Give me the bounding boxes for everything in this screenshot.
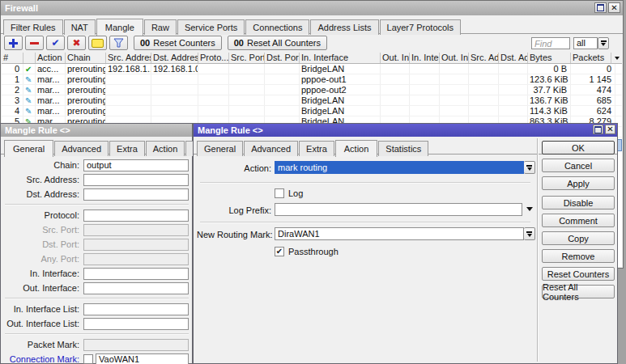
disable-button[interactable]: Disable (542, 196, 615, 210)
cell: 123.6 KiB (528, 74, 571, 84)
passthrough-checkbox[interactable] (275, 247, 284, 256)
log-prefix-dropdown-icon[interactable] (526, 207, 533, 211)
column-header-src-address[interactable]: Src. Address (106, 53, 151, 63)
column-header-in-inter[interactable]: In. Inter... (410, 53, 440, 63)
action-dropdown-button[interactable] (524, 161, 535, 174)
general-dialog-tab-general[interactable]: General (4, 140, 53, 157)
add-button[interactable] (4, 36, 23, 50)
dialog-maximize-button[interactable] (593, 125, 603, 134)
tab-connections[interactable]: Connections (245, 19, 309, 35)
column-menu-button[interactable] (611, 53, 622, 64)
column-header-out-int[interactable]: Out. Int... (381, 53, 410, 63)
column-header-bytes[interactable]: Bytes (528, 53, 571, 63)
table-row[interactable]: 1✎mar...preroutingpppoe-out1123.6 KiB1 1… (2, 74, 622, 85)
general-dialog-tab-extra[interactable]: Extra (109, 141, 145, 156)
tab-filter-rules[interactable]: Filter Rules (3, 19, 63, 35)
filter-funnel-icon (113, 38, 124, 48)
tab-mangle[interactable]: Mangle (96, 19, 143, 36)
remove-button[interactable]: Remove (542, 249, 615, 263)
chain-input[interactable]: output (83, 159, 189, 171)
cancel-button[interactable]: Cancel (542, 159, 615, 172)
column-header-out-int[interactable]: Out. Int... (440, 53, 469, 63)
column-header-chain[interactable]: Chain (66, 53, 106, 63)
column-header-src-ad[interactable]: Src. Ad... (469, 53, 499, 63)
column-header-icon[interactable] (23, 53, 36, 63)
dst-address-input[interactable] (83, 188, 189, 201)
cell (106, 95, 151, 105)
column-header-dst-address[interactable]: Dst. Address (151, 53, 198, 63)
reset-all-counters-button[interactable]: Reset All Counters (542, 285, 615, 298)
action-dialog-tab-general[interactable]: General (197, 141, 243, 156)
cell: 624 (571, 106, 615, 116)
remove-button[interactable] (25, 36, 44, 50)
column-header-dst-port[interactable]: Dst. Port (265, 53, 300, 63)
reset-counters-button[interactable]: Reset Counters (542, 267, 615, 281)
apply-button[interactable]: Apply (542, 176, 615, 190)
column-header-src-port[interactable]: Src. Port (229, 53, 265, 63)
firewall-titlebar[interactable]: Firewall ✕ (1, 1, 623, 15)
in-interface-list-input[interactable] (83, 303, 189, 315)
table-row[interactable]: 4✎mar...preroutingBridgeLAN114.3 KiB624 (2, 106, 622, 116)
column-header-packets[interactable]: Packets (571, 53, 615, 63)
tab-address-lists[interactable]: Address Lists (310, 19, 378, 35)
general-dialog-tab-advanced[interactable]: Advanced (54, 141, 109, 156)
protocol-input[interactable] (83, 210, 189, 222)
action-dialog-tab-extra[interactable]: Extra (299, 141, 334, 156)
enable-button[interactable]: ✔ (46, 36, 65, 50)
column-header-blank[interactable]: # (2, 53, 23, 63)
new-routing-mark-dropdown-button[interactable] (524, 227, 535, 240)
maximize-button[interactable] (594, 2, 607, 13)
general-dialog-tab-action[interactable]: Action (146, 141, 185, 156)
maximize-icon (594, 126, 602, 133)
reset-all-counters-button[interactable]: 00 Reset All Counters (228, 36, 327, 50)
out-interface-input[interactable] (83, 282, 189, 294)
copy-button[interactable]: Copy (542, 231, 615, 245)
close-button[interactable]: ✕ (608, 2, 620, 13)
filter-scope-select[interactable]: all (573, 37, 598, 49)
tab-layer7-protocols[interactable]: Layer7 Protocols (380, 19, 462, 35)
table-row[interactable]: 2✎mar...preroutingpppoe-out237.7 KiB474 (2, 85, 622, 95)
action-dialog-tab-action[interactable]: Action (335, 140, 378, 157)
new-routing-mark-combobox[interactable]: DiraWAN1 (275, 227, 535, 240)
comment-button[interactable]: Comment (542, 214, 615, 227)
cell: mar... (36, 106, 66, 116)
cell (381, 85, 410, 95)
dialog-general-titlebar[interactable]: Mangle Rule <> (1, 124, 192, 137)
action-dialog-tab-advanced[interactable]: Advanced (244, 141, 298, 156)
column-header-proto[interactable]: Proto... (198, 53, 229, 63)
action-dialog-tab-statistics[interactable]: Statistics (378, 141, 428, 156)
dialog-close-button[interactable]: ✕ (605, 125, 615, 134)
tab-service-ports[interactable]: Service Ports (177, 19, 245, 35)
out-interface-list-input[interactable] (83, 318, 189, 330)
table-row[interactable]: 0✔acc...prerouting192.168.1....192.168.1… (2, 64, 622, 74)
column-header-dst-ad[interactable]: Dst. Ad... (499, 53, 528, 63)
filter-button[interactable] (109, 36, 128, 50)
dialog-action-titlebar[interactable]: Mangle Rule <> ✕ (194, 124, 617, 137)
find-input[interactable] (531, 37, 570, 49)
separator (5, 333, 189, 335)
in-interface-input[interactable] (83, 268, 189, 280)
tab-raw[interactable]: Raw (144, 19, 177, 35)
log-prefix-input[interactable] (275, 203, 522, 216)
action-combobox[interactable]: mark routing (275, 161, 535, 174)
src-address-input[interactable] (83, 174, 189, 186)
comment-button[interactable] (88, 36, 107, 50)
ok-button[interactable]: OK (542, 141, 615, 154)
column-header-in-interface[interactable]: In. Interface (300, 53, 381, 63)
log-checkbox[interactable] (275, 188, 284, 198)
table-row[interactable]: 3✎mar...preroutingBridgeLAN136.7 KiB685 (2, 95, 622, 106)
tab-nat[interactable]: NAT (64, 19, 96, 35)
cell: BridgeLAN (300, 64, 381, 74)
field-row-out-interface: Out. Interface: (5, 281, 189, 295)
cell (265, 106, 300, 116)
disable-button[interactable]: ✖ (67, 36, 86, 50)
column-header-action[interactable]: Action (36, 53, 66, 63)
filter-scope-dropdown-button[interactable] (598, 37, 609, 49)
packet-mark-label: Packet Mark: (5, 340, 83, 349)
connection-mark-input[interactable]: VaoWAN1 (96, 353, 189, 364)
action-value[interactable]: mark routing (275, 161, 524, 174)
new-routing-mark-value[interactable]: DiraWAN1 (275, 227, 524, 240)
connection-mark-checkbox[interactable] (83, 354, 93, 364)
reset-counters-button[interactable]: 00 Reset Counters (134, 36, 222, 50)
close-icon: ✕ (611, 4, 617, 12)
